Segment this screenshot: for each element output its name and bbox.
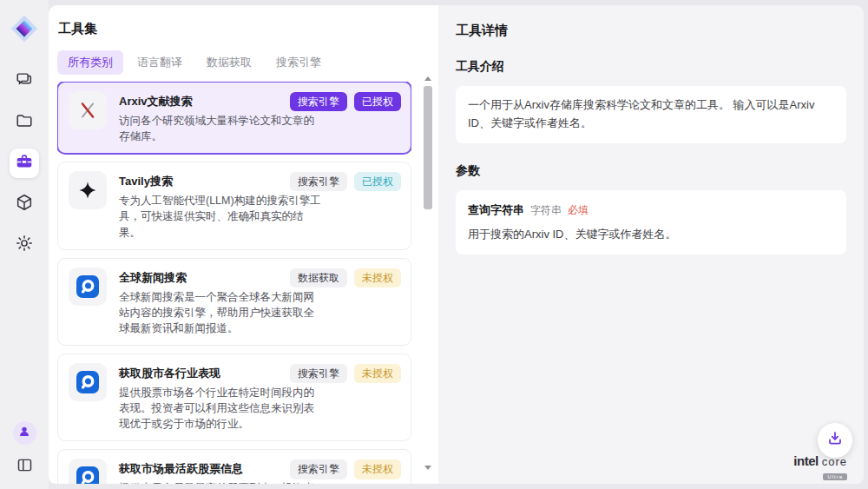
auth-status-badge: 已授权 <box>354 172 401 191</box>
category-badge: 搜索引擎 <box>290 172 347 191</box>
app-logo[interactable] <box>7 11 42 46</box>
auth-status-badge: 未授权 <box>354 268 401 287</box>
sidebar-item-chat[interactable] <box>10 67 39 96</box>
tool-description: 专为人工智能代理(LLM)构建的搜索引擎工具，可快速提供实时、准确和真实的结果。 <box>119 193 321 240</box>
arxiv-icon <box>69 91 107 129</box>
category-tab[interactable]: 所有类别 <box>57 50 123 75</box>
collapse-panel-icon <box>16 456 34 478</box>
intel-wordmark: intel <box>793 454 818 467</box>
folder-icon <box>15 111 34 134</box>
category-tabs: 所有类别 语言翻译 数据获取 搜索引擎 <box>57 50 438 75</box>
category-badge: 搜索引擎 <box>290 459 347 479</box>
tool-description: 全球新闻搜索是一个聚合全球各大新闻网站内容的搜索引擎，帮助用户快速获取全球最新资… <box>119 289 321 336</box>
intro-heading: 工具介绍 <box>456 59 846 75</box>
qlogo-icon <box>69 363 107 401</box>
qlogo-icon <box>69 268 107 306</box>
intel-core-logo: intel core Ultra <box>793 454 847 481</box>
parameter-header: 查询字符串 字符串 必填 <box>468 202 834 218</box>
tool-card-list: Arxiv文献搜索 访问各个研究领域大量科学论文和文章的存储库。 搜索引擎 已授… <box>57 82 411 484</box>
user-avatar[interactable] <box>13 421 36 445</box>
list-scrollbar[interactable] <box>423 73 433 473</box>
auth-status-badge: 已授权 <box>354 92 401 111</box>
parameter-required-flag: 必填 <box>568 203 589 218</box>
category-badge: 搜索引擎 <box>290 364 347 383</box>
tool-description: 提供股票市场各个行业在特定时间段内的表现。投资者可以利用这些信息来识别表现优于或… <box>119 385 321 432</box>
tool-card[interactable]: Tavily搜索 专为人工智能代理(LLM)构建的搜索引擎工具，可快速提供实时、… <box>57 162 411 249</box>
params-heading: 参数 <box>456 163 846 179</box>
intro-card: 一个用于从Arxiv存储库搜索科学论文和文章的工具。 输入可以是Arxiv ID… <box>456 86 846 143</box>
tool-badges: 数据获取 未授权 <box>290 268 401 287</box>
tool-card[interactable]: 获取股市各行业表现 提供股票市场各个行业在特定时间段内的表现。投资者可以利用这些… <box>57 354 411 441</box>
collapse-sidebar-button[interactable] <box>12 454 36 479</box>
tool-badges: 搜索引擎 已授权 <box>290 92 401 111</box>
parameter-type: 字符串 <box>530 203 562 218</box>
left-sidebar <box>0 0 49 489</box>
tool-description: 提供当天交易量最高的股票列表，投资者可以利用这些信息来识别流动性强的股票和潜在的… <box>119 480 321 484</box>
toolbox-icon <box>15 152 34 175</box>
user-icon <box>17 425 31 442</box>
auth-status-badge: 未授权 <box>354 459 401 479</box>
sidebar-bottom <box>12 421 36 479</box>
core-wordmark: core <box>822 456 847 467</box>
tools-panel-title: 工具集 <box>58 21 438 37</box>
detail-title: 工具详情 <box>456 23 846 39</box>
category-badge: 数据获取 <box>290 268 347 287</box>
scroll-down-arrow-icon[interactable] <box>424 466 431 470</box>
tool-card[interactable]: Arxiv文献搜索 访问各个研究领域大量科学论文和文章的存储库。 搜索引擎 已授… <box>57 82 411 154</box>
sidebar-nav <box>10 67 39 260</box>
tool-card[interactable]: 获取市场最活跃股票信息 提供当天交易量最高的股票列表，投资者可以利用这些信息来识… <box>57 449 411 484</box>
sidebar-item-tools[interactable] <box>10 149 39 178</box>
tool-badges: 搜索引擎 未授权 <box>290 459 401 479</box>
category-tab[interactable]: 数据获取 <box>196 50 262 75</box>
tool-badges: 搜索引擎 未授权 <box>290 364 401 383</box>
category-tab[interactable]: 语言翻译 <box>127 50 193 75</box>
chat-icon <box>15 70 34 93</box>
parameter-name: 查询字符串 <box>468 202 524 218</box>
tool-detail-panel: 工具详情 工具介绍 一个用于从Arxiv存储库搜索科学论文和文章的工具。 输入可… <box>438 5 864 484</box>
tool-card[interactable]: 全球新闻搜索 全球新闻搜索是一个聚合全球各大新闻网站内容的搜索引擎，帮助用户快速… <box>57 258 411 346</box>
intro-text: 一个用于从Arxiv存储库搜索科学论文和文章的工具。 输入可以是Arxiv ID… <box>468 98 814 129</box>
main-container: 工具集 所有类别 语言翻译 数据获取 搜索引擎 Arxiv文献搜索 访问各个研究… <box>49 5 864 484</box>
tool-badges: 搜索引擎 已授权 <box>290 172 401 191</box>
download-button[interactable] <box>818 423 852 458</box>
category-tab[interactable]: 搜索引擎 <box>266 50 332 75</box>
parameter-card: 查询字符串 字符串 必填 用于搜索的Arxiv ID、关键字或作者姓名。 <box>456 190 846 254</box>
sidebar-item-settings[interactable] <box>10 230 39 260</box>
download-icon <box>825 429 845 452</box>
cube-icon <box>15 193 34 215</box>
ultra-badge: Ultra <box>823 473 847 480</box>
parameter-description: 用于搜索的Arxiv ID、关键字或作者姓名。 <box>468 227 834 242</box>
scrollbar-thumb[interactable] <box>424 86 432 209</box>
qlogo-icon <box>69 459 107 484</box>
auth-status-badge: 未授权 <box>354 364 401 383</box>
tavily-icon <box>69 171 107 209</box>
scroll-up-arrow-icon[interactable] <box>424 76 431 81</box>
tool-description: 访问各个研究领域大量科学论文和文章的存储库。 <box>119 113 321 144</box>
sidebar-item-models[interactable] <box>10 189 39 219</box>
tools-panel: 工具集 所有类别 语言翻译 数据获取 搜索引擎 Arxiv文献搜索 访问各个研究… <box>49 5 438 484</box>
sidebar-item-files[interactable] <box>10 108 39 137</box>
category-badge: 搜索引擎 <box>290 92 347 111</box>
settings-icon <box>15 234 34 256</box>
